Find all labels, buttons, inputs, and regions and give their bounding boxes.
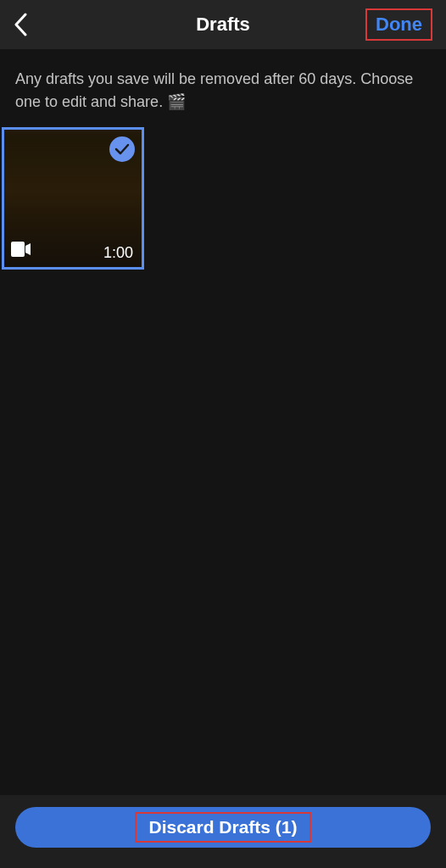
svg-rect-0 <box>11 242 25 257</box>
chevron-left-icon <box>14 13 27 36</box>
discard-button[interactable]: Discard Drafts (1) <box>15 807 431 848</box>
header-bar: Drafts Done <box>0 0 446 49</box>
draft-item[interactable]: 1:00 <box>2 127 144 270</box>
back-button[interactable] <box>14 13 27 36</box>
info-text: Any drafts you save will be removed afte… <box>0 49 446 127</box>
check-icon <box>114 143 130 155</box>
page-title: Drafts <box>196 14 250 36</box>
bottom-bar: Discard Drafts (1) <box>0 795 446 868</box>
drafts-grid: 1:00 <box>0 127 446 270</box>
draft-duration: 1:00 <box>103 244 133 262</box>
video-icon <box>11 242 31 260</box>
selected-indicator <box>109 136 135 162</box>
done-button[interactable]: Done <box>365 8 432 41</box>
discard-button-label: Discard Drafts (1) <box>135 812 310 843</box>
